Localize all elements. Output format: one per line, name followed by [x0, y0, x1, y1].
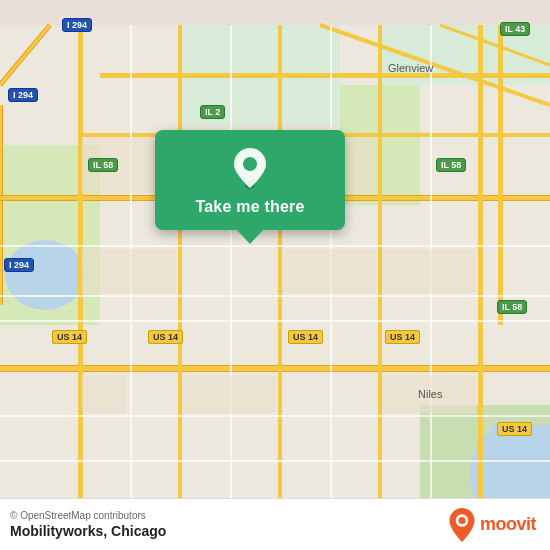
road-label-il58c: IL 58	[497, 300, 527, 314]
road-label-il43: IL 43	[500, 22, 530, 36]
road-label-i294a: I 294	[62, 18, 92, 32]
svg-rect-41	[282, 249, 376, 293]
bottom-bar: © OpenStreetMap contributors Mobilitywor…	[0, 498, 550, 550]
svg-rect-34	[230, 25, 232, 525]
svg-rect-24	[278, 25, 282, 525]
road-label-i294b: I 294	[8, 88, 38, 102]
road-label-us14c: US 14	[288, 330, 323, 344]
svg-rect-30	[0, 320, 550, 322]
svg-rect-29	[0, 295, 550, 297]
svg-point-50	[458, 516, 465, 523]
map-attribution: © OpenStreetMap contributors	[10, 510, 166, 521]
take-me-there-button[interactable]: Take me there	[195, 198, 304, 216]
popup-card: Take me there	[155, 130, 345, 230]
city-label-niles: Niles	[418, 388, 442, 400]
svg-rect-32	[0, 460, 550, 462]
svg-rect-27	[498, 25, 503, 325]
road-label-il2: IL 2	[200, 105, 225, 119]
svg-rect-40	[82, 249, 176, 293]
svg-rect-43	[82, 375, 126, 413]
svg-point-48	[243, 157, 257, 171]
road-label-il58b: IL 58	[436, 158, 466, 172]
svg-rect-25	[378, 25, 382, 525]
moovit-pin-icon	[448, 508, 476, 542]
svg-rect-23	[178, 25, 182, 525]
road-label-us14b: US 14	[148, 330, 183, 344]
svg-rect-26	[478, 25, 483, 525]
svg-rect-44	[182, 375, 276, 413]
road-label-i294c: I 294	[4, 258, 34, 272]
road-label-us14d: US 14	[385, 330, 420, 344]
road-label-il58a: IL 58	[88, 158, 118, 172]
map-container: I 294 I 294 I 294 IL 2 IL 43 IL 58 IL 58…	[0, 0, 550, 550]
svg-rect-42	[382, 249, 476, 293]
svg-point-7	[5, 240, 85, 310]
moovit-logo: moovit	[448, 508, 536, 542]
city-label-glenview: Glenview	[388, 62, 433, 74]
moovit-brand-text: moovit	[480, 514, 536, 535]
road-label-us14e: US 14	[497, 422, 532, 436]
svg-rect-31	[0, 415, 550, 417]
road-label-us14a: US 14	[52, 330, 87, 344]
location-pin-icon	[228, 146, 272, 190]
location-label: Mobilityworks, Chicago	[10, 523, 166, 539]
svg-rect-28	[0, 245, 550, 247]
